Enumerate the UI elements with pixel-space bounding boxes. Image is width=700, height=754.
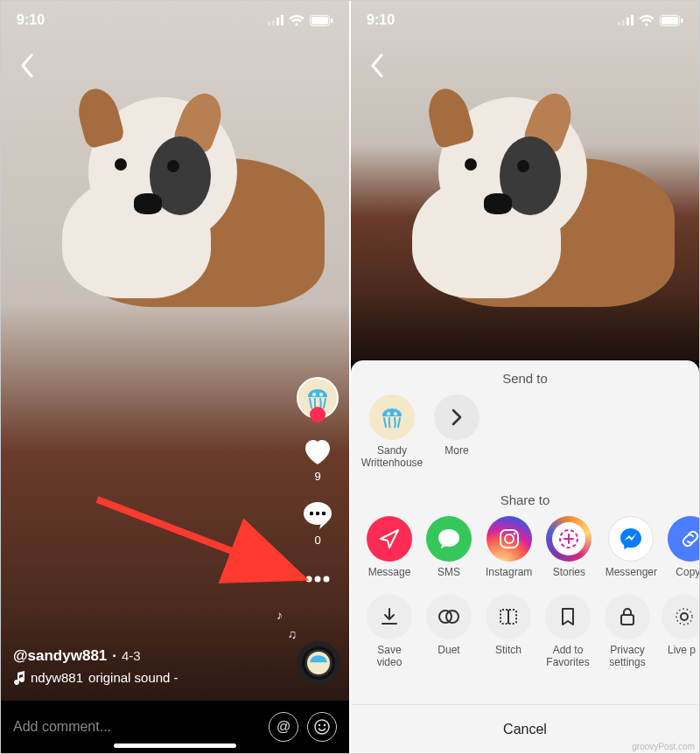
send-more[interactable]: More [431, 394, 482, 457]
svg-point-37 [681, 613, 688, 620]
svg-rect-36 [621, 615, 634, 625]
svg-rect-1 [272, 20, 275, 25]
phone-screen-left: 9:10 9 0 [1, 1, 349, 753]
sound-user: ndyw881 [31, 670, 83, 685]
video-background [351, 1, 699, 360]
chevron-right-icon [451, 408, 463, 426]
contact-name: Sandy Writtenhouse [361, 445, 423, 470]
sms-icon [437, 527, 461, 550]
share-messenger[interactable]: Messenger [606, 516, 656, 579]
download-icon [379, 606, 400, 627]
svg-rect-20 [618, 22, 620, 25]
like-button[interactable]: 9 [301, 435, 334, 483]
video-info: @sandyw881 · 4-3 ndyw881 original sound … [13, 647, 279, 685]
action-save-video[interactable]: Save video [367, 594, 412, 669]
jellyfish-icon [307, 651, 330, 675]
svg-rect-25 [662, 17, 678, 24]
action-stitch[interactable]: Stitch [486, 594, 531, 657]
duet-icon [438, 606, 460, 627]
username[interactable]: @sandyw881 [13, 647, 107, 665]
live-photo-icon [673, 605, 696, 628]
watermark: groovyPost.com [632, 742, 695, 751]
jellyfish-icon [304, 386, 331, 410]
lock-icon [619, 606, 636, 627]
svg-rect-23 [631, 15, 634, 25]
sound-label: original sound - [88, 670, 178, 685]
share-message[interactable]: Message [367, 516, 412, 579]
action-live-photo[interactable]: Live p [664, 594, 699, 657]
send-icon [378, 527, 401, 550]
sound-disc[interactable] [297, 641, 340, 685]
share-to-title: Share to [351, 492, 699, 507]
svg-point-28 [394, 412, 397, 415]
smile-icon [314, 719, 330, 735]
back-button[interactable] [360, 48, 395, 83]
emoji-button[interactable] [307, 712, 337, 742]
stitch-icon [498, 606, 519, 627]
bookmark-icon [559, 606, 577, 627]
battery-icon [660, 15, 683, 26]
cellular-icon [618, 15, 634, 25]
svg-rect-6 [331, 18, 333, 23]
music-note-icon [13, 671, 25, 685]
link-icon [679, 527, 699, 550]
share-sheet: Send to Sandy Writtenhouse More Share to [351, 360, 699, 753]
cellular-icon [268, 15, 284, 25]
svg-rect-3 [281, 15, 284, 25]
svg-point-18 [324, 724, 326, 727]
like-count: 9 [314, 470, 320, 483]
svg-point-27 [387, 412, 390, 415]
separator: · [112, 647, 116, 665]
more-label: More [444, 445, 468, 457]
action-privacy[interactable]: Privacy settings [605, 594, 650, 669]
send-contact[interactable]: Sandy Writtenhouse [367, 394, 417, 470]
comment-input[interactable]: Add comment... [13, 719, 260, 735]
author-avatar[interactable] [297, 377, 339, 419]
back-button[interactable] [10, 48, 45, 83]
svg-rect-22 [626, 17, 629, 25]
status-time: 9:10 [367, 12, 395, 28]
svg-rect-2 [276, 17, 279, 25]
dog-illustration [395, 97, 657, 307]
phone-screen-right: 9:10 Send to Sandy Writtenhouse [351, 1, 699, 753]
svg-rect-5 [312, 17, 328, 24]
share-sms[interactable]: SMS [426, 516, 472, 579]
battery-icon [310, 15, 333, 26]
svg-point-17 [318, 724, 321, 727]
heart-icon [301, 435, 334, 468]
status-bar: 9:10 [1, 1, 349, 39]
action-duet[interactable]: Duet [426, 594, 472, 657]
wifi-icon [639, 15, 654, 26]
home-indicator[interactable] [114, 744, 236, 748]
mention-button[interactable]: @ [269, 712, 298, 742]
svg-point-8 [319, 393, 323, 396]
stories-icon [557, 527, 580, 550]
share-stories[interactable]: Stories [546, 516, 592, 579]
svg-point-31 [513, 532, 515, 534]
svg-rect-21 [622, 20, 625, 25]
post-date: 4-3 [122, 648, 141, 663]
action-add-favorites[interactable]: Add to Favorites [545, 594, 591, 669]
messenger-icon [618, 526, 644, 552]
share-instagram[interactable]: Instagram [486, 516, 532, 579]
send-to-title: Send to [351, 371, 699, 386]
svg-point-30 [505, 534, 514, 543]
status-time: 9:10 [17, 12, 45, 28]
contact-avatar [369, 394, 415, 440]
jellyfish-icon [379, 405, 405, 429]
sound-link[interactable]: ndyw881 original sound - [13, 670, 279, 685]
svg-point-38 [676, 609, 692, 625]
svg-point-16 [315, 720, 329, 734]
annotation-arrow [88, 491, 325, 596]
wifi-icon [289, 15, 304, 26]
more-circle [434, 394, 480, 440]
svg-rect-0 [268, 22, 270, 25]
share-copy[interactable]: Copy [670, 516, 699, 579]
dog-illustration [45, 97, 307, 307]
status-bar: 9:10 [351, 1, 699, 39]
instagram-icon [498, 527, 521, 550]
svg-rect-26 [681, 18, 683, 23]
svg-line-19 [97, 499, 303, 578]
svg-point-7 [312, 393, 316, 396]
